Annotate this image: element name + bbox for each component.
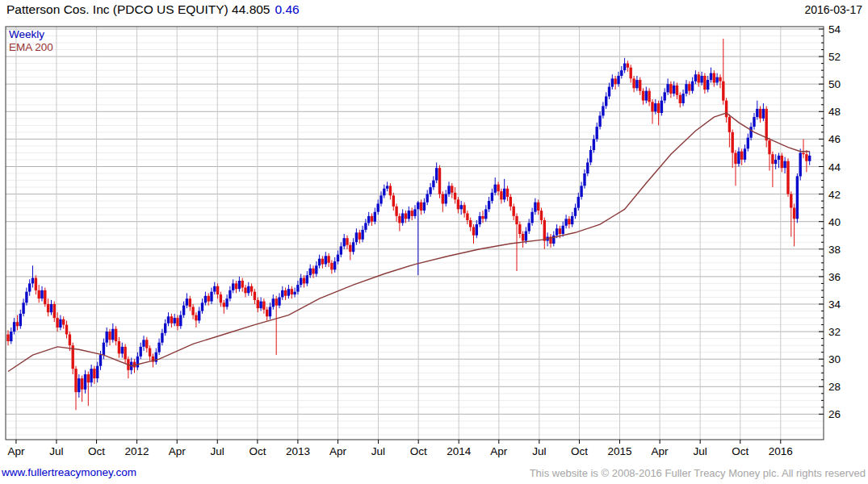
svg-text:Jul: Jul <box>371 445 385 457</box>
svg-text:36: 36 <box>828 271 841 283</box>
svg-text:Oct: Oct <box>410 445 427 457</box>
svg-text:Oct: Oct <box>571 445 588 457</box>
svg-text:Jul: Jul <box>49 445 63 457</box>
svg-text:52: 52 <box>828 51 841 63</box>
svg-text:Apr: Apr <box>652 445 669 457</box>
candlestick-chart: 262830323436384042444648505254AprJulOct2… <box>0 0 868 484</box>
legend-timeframe: Weekly <box>9 28 53 41</box>
svg-text:Jul: Jul <box>693 445 707 457</box>
website-link[interactable]: www.fullertreacymoney.com <box>2 466 136 478</box>
legend-ema: EMA 200 <box>9 41 53 54</box>
svg-text:2014: 2014 <box>447 445 472 457</box>
copyright-text: This website is © 2008-2016 Fuller Treac… <box>530 467 866 479</box>
svg-text:2015: 2015 <box>607 445 631 457</box>
svg-text:Apr: Apr <box>490 445 508 457</box>
svg-text:46: 46 <box>828 133 841 145</box>
svg-text:48: 48 <box>828 106 841 118</box>
svg-text:Apr: Apr <box>329 445 347 457</box>
svg-text:54: 54 <box>828 23 841 35</box>
chart-page: Patterson Cos. Inc (PDCO US EQUITY) 44.8… <box>0 0 868 484</box>
svg-text:50: 50 <box>828 78 841 90</box>
svg-text:44: 44 <box>828 161 841 173</box>
svg-text:2012: 2012 <box>125 445 149 457</box>
svg-text:Oct: Oct <box>88 445 105 457</box>
svg-text:28: 28 <box>828 381 841 393</box>
chart-legend: Weekly EMA 200 <box>9 28 53 54</box>
svg-text:Apr: Apr <box>7 445 25 457</box>
svg-text:2013: 2013 <box>286 445 310 457</box>
svg-text:42: 42 <box>828 189 841 201</box>
svg-text:Oct: Oct <box>732 445 748 457</box>
svg-text:30: 30 <box>828 353 841 365</box>
svg-text:Jul: Jul <box>532 445 546 457</box>
svg-text:2016: 2016 <box>769 445 793 457</box>
svg-text:40: 40 <box>828 216 841 228</box>
svg-text:34: 34 <box>828 298 841 311</box>
svg-text:32: 32 <box>828 326 841 338</box>
svg-text:38: 38 <box>828 244 841 256</box>
svg-text:Oct: Oct <box>249 445 266 457</box>
svg-text:Jul: Jul <box>211 445 224 457</box>
svg-text:Apr: Apr <box>169 445 187 457</box>
svg-text:26: 26 <box>828 408 841 420</box>
